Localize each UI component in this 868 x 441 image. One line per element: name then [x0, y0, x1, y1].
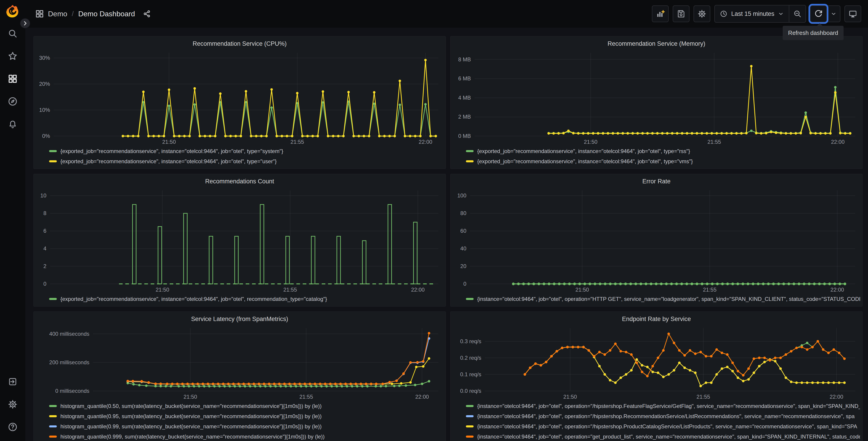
- panel-title[interactable]: Error Rate: [453, 176, 860, 187]
- legend-item[interactable]: {instance="otelcol:9464", job="otel", op…: [466, 432, 860, 441]
- grafana-logo-icon[interactable]: [6, 4, 20, 18]
- sidebar-item-help[interactable]: [5, 422, 20, 432]
- panel-title[interactable]: Service Latency (from SpanMetrics): [36, 314, 443, 324]
- legend-item[interactable]: {exported_job="recommendationservice", i…: [49, 146, 443, 156]
- sidebar-expand-button[interactable]: [20, 18, 30, 29]
- share-icon[interactable]: [143, 10, 151, 18]
- zoom-out-time-button[interactable]: [789, 5, 806, 22]
- search-icon: [8, 29, 18, 38]
- sidebar-item-starred[interactable]: [5, 51, 20, 61]
- panel-title[interactable]: Recommendation Service (CPU%): [36, 38, 443, 49]
- legend-label: histogram_quantile(0.50, sum(rate(latenc…: [60, 403, 321, 409]
- panel: Recommendation Service (CPU%)21:5021:552…: [33, 36, 446, 169]
- legend-swatch: [49, 425, 57, 428]
- chart-plot[interactable]: 21:5021:5522:000246810: [36, 187, 443, 293]
- time-range-picker[interactable]: Last 15 minutes: [715, 10, 789, 18]
- legend-swatch: [49, 160, 57, 162]
- legend-item[interactable]: histogram_quantile(0.99, sum(rate(latenc…: [49, 421, 443, 432]
- chart-plot[interactable]: 21:5021:5522:00020406080100: [453, 187, 860, 293]
- svg-text:21:50: 21:50: [576, 287, 589, 293]
- svg-text:8: 8: [43, 210, 46, 216]
- svg-text:4 MB: 4 MB: [458, 95, 471, 101]
- save-dashboard-button[interactable]: [673, 5, 689, 22]
- legend-label: {instance="otelcol:9464", job="otel", op…: [477, 296, 860, 302]
- svg-text:22:00: 22:00: [415, 394, 429, 400]
- legend-item[interactable]: {instance="otelcol:9464", job="otel", op…: [466, 294, 860, 304]
- legend-label: histogram_quantile(0.99, sum(rate(latenc…: [60, 423, 321, 430]
- clock-icon: [720, 10, 727, 18]
- svg-text:100: 100: [457, 193, 466, 199]
- gear-icon: [8, 399, 18, 409]
- svg-text:22:00: 22:00: [831, 139, 845, 145]
- svg-text:4: 4: [43, 245, 46, 252]
- time-range-label: Last 15 minutes: [731, 10, 774, 18]
- sidebar-item-sign-in[interactable]: [5, 377, 20, 387]
- svg-text:22:00: 22:00: [411, 287, 425, 293]
- breadcrumb-section[interactable]: Demo: [48, 10, 67, 18]
- svg-text:400 milliseconds: 400 milliseconds: [49, 331, 89, 337]
- refresh-interval-dropdown[interactable]: [827, 5, 840, 22]
- refresh-tooltip: Refresh dashboard: [783, 26, 843, 40]
- panel: Endpoint Rate by Service21:5021:5522:000…: [450, 312, 863, 441]
- breadcrumb: Demo / Demo Dashboard: [35, 9, 151, 18]
- breadcrumb-separator: /: [72, 10, 73, 18]
- legend-item[interactable]: histogram_quantile(0.95, sum(rate(latenc…: [49, 411, 443, 421]
- svg-text:21:50: 21:50: [563, 394, 577, 400]
- svg-text:40: 40: [460, 245, 466, 252]
- panel-title[interactable]: Recommendations Count: [36, 176, 443, 187]
- svg-text:10%: 10%: [39, 107, 50, 113]
- refresh-dashboard-button[interactable]: [810, 5, 827, 22]
- chart-plot[interactable]: 21:5021:5522:000%10%20%30%: [36, 49, 443, 146]
- panel: Error Rate21:5021:5522:00020406080100{in…: [450, 174, 863, 306]
- sidebar-item-alerting[interactable]: [5, 119, 20, 129]
- sidebar-item-settings[interactable]: [5, 399, 20, 409]
- svg-text:21:50: 21:50: [584, 139, 597, 145]
- legend-swatch: [466, 160, 474, 162]
- cycle-view-mode-button[interactable]: [844, 5, 861, 22]
- legend-swatch: [466, 150, 474, 152]
- legend-label: histogram_quantile(0.999, sum(rate(laten…: [60, 434, 325, 440]
- panel: Recommendation Service (Memory)21:5021:5…: [450, 36, 863, 169]
- chevron-down-icon: [831, 11, 837, 17]
- panel-title[interactable]: Endpoint Rate by Service: [453, 314, 860, 324]
- svg-text:21:55: 21:55: [283, 287, 297, 293]
- legend: {instance="otelcol:9464", job="otel", op…: [453, 401, 860, 441]
- sidebar-item-explore[interactable]: [5, 96, 20, 107]
- legend-item[interactable]: {instance="otelcol:9464", job="otel", op…: [466, 421, 860, 432]
- legend: {exported_job="recommendationservice", i…: [36, 293, 443, 304]
- legend-swatch: [466, 425, 474, 428]
- dashboard-settings-button[interactable]: [693, 5, 710, 22]
- sidebar-item-dashboards[interactable]: [5, 74, 20, 84]
- svg-text:6: 6: [43, 228, 46, 234]
- legend-swatch: [49, 436, 57, 438]
- svg-text:6 MB: 6 MB: [458, 76, 471, 82]
- svg-text:0.0 req/s: 0.0 req/s: [460, 388, 481, 394]
- legend-label: {exported_job="recommendationservice", i…: [60, 296, 327, 302]
- svg-text:80: 80: [460, 210, 466, 216]
- svg-text:10: 10: [40, 193, 46, 199]
- legend-item[interactable]: {instance="otelcol:9464", job="otel", op…: [466, 401, 860, 411]
- legend-swatch: [466, 405, 474, 407]
- svg-text:0: 0: [463, 281, 466, 287]
- chart-plot[interactable]: 21:5021:5522:000.0 req/s0.1 req/s0.2 req…: [453, 324, 860, 401]
- legend-item[interactable]: {exported_job="recommendationservice", i…: [466, 156, 860, 167]
- legend-item[interactable]: histogram_quantile(0.50, sum(rate(latenc…: [49, 401, 443, 411]
- legend-item[interactable]: histogram_quantile(0.999, sum(rate(laten…: [49, 432, 443, 441]
- legend-item[interactable]: {exported_job="recommendationservice", i…: [466, 146, 860, 156]
- monitor-icon: [848, 9, 857, 18]
- refresh-group: [810, 5, 840, 22]
- legend-item[interactable]: {exported_job="recommendationservice", i…: [49, 156, 443, 167]
- compass-icon: [8, 96, 18, 107]
- legend-swatch: [466, 415, 474, 417]
- svg-text:22:00: 22:00: [830, 394, 843, 400]
- legend-item[interactable]: {instance="otelcol:9464", job="otel", op…: [466, 411, 860, 421]
- chart-plot[interactable]: 21:5021:5522:000 milliseconds200 millise…: [36, 324, 443, 401]
- legend-item[interactable]: {exported_job="recommendationservice", i…: [49, 294, 443, 304]
- chart-plot[interactable]: 21:5021:5522:000 MB2 MB4 MB6 MB8 MB: [453, 49, 860, 146]
- svg-text:21:55: 21:55: [696, 394, 710, 400]
- add-panel-button[interactable]: [652, 5, 669, 22]
- sidebar-item-search[interactable]: [5, 29, 20, 38]
- dashboards-grid-icon: [8, 74, 18, 84]
- add-panel-icon: [656, 9, 665, 18]
- refresh-icon: [814, 9, 823, 18]
